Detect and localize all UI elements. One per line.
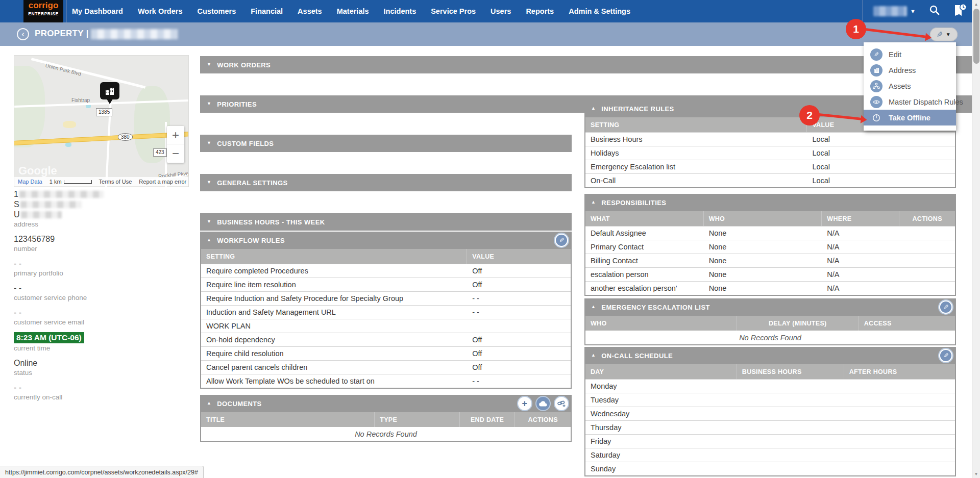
- emergency-escalation-table: WHO DELAY (MINUTES) ACCESS No Records Fo…: [584, 316, 956, 345]
- section-title: DOCUMENTS: [217, 400, 261, 408]
- property-map[interactable]: Union Park Blvd Fishtrap 1385 380 423 Ro…: [14, 55, 189, 187]
- table-header: SETTING VALUE: [201, 249, 571, 264]
- nav-materials[interactable]: Materials: [337, 7, 369, 15]
- documents-table: TITLE TYPE END DATE ACTIONS No Records F…: [200, 412, 572, 442]
- currently-on-call-label: currently on-call: [14, 393, 189, 401]
- pencil-icon: ✎: [943, 352, 948, 359]
- menu-item-edit[interactable]: ✎ Edit: [864, 46, 956, 62]
- column-setting: SETTING: [201, 249, 467, 264]
- report-map-error-link[interactable]: Report a map error: [135, 177, 189, 186]
- customer-service-email-label: customer service email: [14, 318, 189, 326]
- caret-down-icon: ▼: [946, 32, 951, 37]
- search-icon[interactable]: [929, 5, 940, 18]
- column-setting: SETTING: [585, 117, 807, 132]
- upload-document-button[interactable]: [535, 396, 551, 411]
- nav-financial[interactable]: Financial: [251, 7, 283, 15]
- chevron-up-icon: ▲: [591, 106, 596, 111]
- column-after-hours: AFTER HOURS: [844, 364, 955, 379]
- property-map-marker[interactable]: [100, 82, 119, 99]
- section-custom-fields[interactable]: ▼CUSTOM FIELDS: [200, 135, 572, 152]
- scrollbar-thumb[interactable]: [973, 9, 979, 64]
- column-what: WHAT: [585, 211, 704, 226]
- table-row: Emergency Escalation listLocal: [585, 160, 955, 173]
- section-title: INHERITANCE RULES: [601, 105, 674, 113]
- nav-my-dashboard[interactable]: My Dashboard: [72, 7, 123, 15]
- nav-divider: [862, 0, 863, 22]
- section-title: WORKFLOW RULES: [217, 237, 285, 244]
- add-document-button[interactable]: +: [517, 396, 532, 411]
- section-responsibilities[interactable]: ▲ RESPONSIBILITIES: [584, 194, 956, 211]
- map-scale: 1 km: [46, 177, 95, 186]
- column-value: VALUE: [467, 249, 571, 264]
- map-zoom-out-button[interactable]: −: [167, 144, 184, 163]
- table-row: Require Induction and Safety Procedure f…: [201, 291, 571, 305]
- user-menu[interactable]: ▼: [873, 6, 916, 16]
- nav-users[interactable]: Users: [491, 7, 511, 15]
- nav-items: My Dashboard Work Orders Customers Finan…: [72, 0, 630, 22]
- section-workflow-rules[interactable]: ▲ WORKFLOW RULES ✎: [200, 232, 572, 249]
- section-work-orders[interactable]: ▼WORK ORDERS: [200, 56, 972, 73]
- oncall-schedule-table: DAY BUSINESS HOURS AFTER HOURS Monday Tu…: [584, 364, 956, 476]
- column-business-hours: BUSINESS HOURS: [737, 364, 844, 379]
- section-oncall-schedule[interactable]: ▲ ON-CALL SCHEDULE ✎: [584, 347, 956, 364]
- workflow-rules-table: SETTING VALUE Require completed Procedur…: [200, 249, 572, 389]
- section-business-hours[interactable]: ▼BUSINESS HOURS - THIS WEEK: [200, 213, 572, 231]
- section-title: RESPONSIBILITIES: [601, 199, 666, 207]
- nav-service-pros[interactable]: Service Pros: [431, 7, 476, 15]
- menu-item-label: Address: [889, 66, 916, 74]
- menu-item-label: Take Offline: [889, 114, 930, 122]
- section-title: BUSINESS HOURS - THIS WEEK: [217, 218, 325, 226]
- menu-item-address[interactable]: Address: [864, 62, 956, 78]
- table-row: Sunday: [585, 462, 955, 475]
- menu-item-take-offline[interactable]: Take Offline: [864, 110, 956, 125]
- map-zoom-in-button[interactable]: +: [167, 126, 184, 144]
- eye-icon: [870, 96, 883, 108]
- nav-admin-settings[interactable]: Admin & Settings: [569, 7, 630, 15]
- table-row: Tuesday: [585, 393, 955, 407]
- table-row: On-CallLocal: [585, 173, 955, 187]
- vertical-scrollbar[interactable]: ▲ ▼: [972, 0, 980, 478]
- menu-item-assets[interactable]: Assets: [864, 78, 956, 94]
- timesheet-clock-icon[interactable]: [953, 3, 967, 19]
- nav-reports[interactable]: Reports: [526, 7, 554, 15]
- chevron-down-icon: ▼: [207, 180, 211, 185]
- section-emergency-escalation[interactable]: ▲ EMERGENCY ESCALATION LIST ✎: [584, 298, 956, 316]
- property-number-label: number: [14, 244, 189, 253]
- column-delay: DELAY (MINUTES): [737, 316, 859, 331]
- chevron-up-icon: ▲: [591, 199, 596, 205]
- nav-incidents[interactable]: Incidents: [384, 7, 416, 15]
- section-general-settings[interactable]: ▼GENERAL SETTINGS: [200, 174, 572, 191]
- nav-work-orders[interactable]: Work Orders: [138, 7, 183, 15]
- table-row: another escalation person'NoneN/A: [585, 281, 955, 295]
- map-data-link[interactable]: Map Data: [14, 177, 46, 186]
- scroll-down-arrow[interactable]: ▼: [972, 470, 980, 478]
- section-title: WORK ORDERS: [217, 61, 271, 69]
- edit-emergency-escalation-button[interactable]: ✎: [938, 299, 953, 315]
- address-redacted: [21, 211, 62, 218]
- address-line-1: 1: [14, 189, 18, 199]
- property-actions-dropdown-button[interactable]: ✎ ▼: [930, 28, 958, 41]
- map-route-1385-label: 1385: [96, 108, 112, 116]
- app-screen: corrigo ENTERPRISE My Dashboard Work Ord…: [0, 0, 980, 478]
- table-row: HolidaysLocal: [585, 146, 955, 160]
- page-header-bar: ‹ PROPERTY | ✎ ▼: [0, 22, 980, 46]
- map-water: [65, 142, 71, 147]
- logo-brand-text: corrigo: [23, 0, 63, 11]
- nav-customers[interactable]: Customers: [198, 7, 236, 15]
- back-button[interactable]: ‹: [17, 28, 29, 40]
- corrigo-logo[interactable]: corrigo ENTERPRISE: [23, 0, 63, 22]
- nav-assets[interactable]: Assets: [298, 7, 322, 15]
- link-document-button[interactable]: [554, 396, 569, 411]
- table-row: escalation personNoneN/A: [585, 267, 955, 281]
- building-icon: [105, 87, 114, 95]
- section-documents[interactable]: ▲ DOCUMENTS +: [200, 395, 572, 412]
- terms-of-use-link[interactable]: Terms of Use: [95, 177, 136, 186]
- edit-oncall-schedule-button[interactable]: ✎: [938, 348, 953, 363]
- menu-item-master-dispatch-rules[interactable]: Master Dispatch Rules: [864, 94, 956, 110]
- column-who: WHO: [585, 316, 737, 331]
- page-title: PROPERTY |: [35, 29, 89, 39]
- scroll-up-arrow[interactable]: ▲: [972, 0, 980, 8]
- table-row: Require completed ProceduresOff: [201, 264, 571, 278]
- edit-workflow-rules-button[interactable]: ✎: [554, 233, 569, 248]
- chevron-up-icon: ▲: [591, 353, 596, 358]
